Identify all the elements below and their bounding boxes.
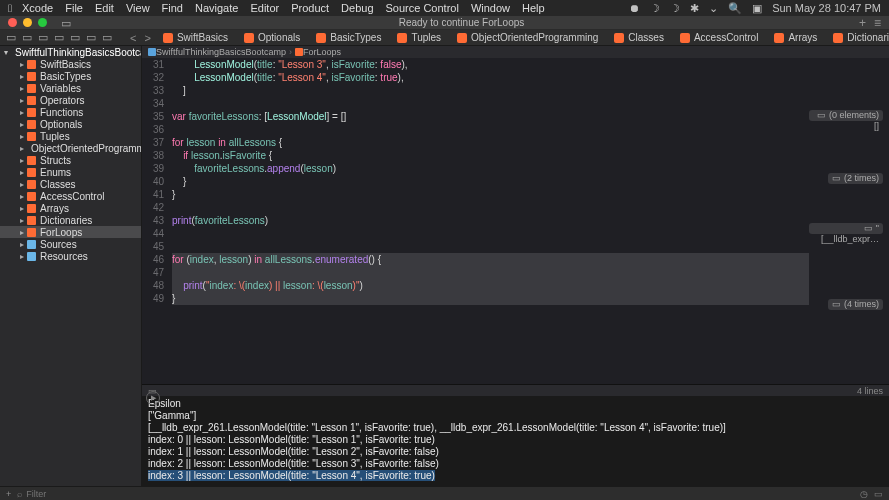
chevron-down-icon[interactable]: ▾: [4, 48, 8, 57]
breadcrumb-file[interactable]: ForLoops: [303, 47, 341, 57]
menu-app[interactable]: Xcode: [22, 2, 53, 14]
tab-tuples[interactable]: Tuples: [389, 30, 449, 46]
sidebar-item-variables[interactable]: ▸Variables: [0, 82, 141, 94]
sidebar-item-swiftbasics[interactable]: ▸SwiftBasics: [0, 58, 141, 70]
chevron-right-icon[interactable]: ▸: [20, 132, 24, 141]
chevron-right-icon[interactable]: ▸: [20, 108, 24, 117]
minimize-button[interactable]: [23, 18, 32, 27]
search-icon[interactable]: 🔍: [728, 2, 742, 15]
sidebar-item-resources[interactable]: ▸Resources: [0, 250, 141, 262]
chevron-right-icon[interactable]: ▸: [20, 120, 24, 129]
add-button[interactable]: +: [6, 489, 11, 499]
sidebar-item-sources[interactable]: ▸Sources: [0, 238, 141, 250]
menu-editor[interactable]: Editor: [250, 2, 279, 14]
nav-find-icon[interactable]: ▭: [54, 31, 64, 45]
result-badge[interactable]: ▭ (0 elements) []: [809, 110, 883, 121]
result-badge[interactable]: ▭ (4 times): [828, 299, 883, 310]
chevron-right-icon[interactable]: ▸: [20, 144, 24, 153]
record-icon[interactable]: ⏺: [629, 2, 640, 14]
chevron-right-icon[interactable]: ▸: [20, 192, 24, 201]
navigator-filter-bar: + ⌕ ◷ ▭: [0, 486, 889, 500]
library-button[interactable]: ≡: [874, 16, 881, 30]
editor-forward-button[interactable]: >: [144, 32, 150, 44]
tab-dictionaries[interactable]: Dictionaries: [825, 30, 889, 46]
chevron-right-icon[interactable]: ▸: [20, 84, 24, 93]
loom-icon[interactable]: ✱: [690, 2, 699, 15]
chevron-right-icon[interactable]: ▸: [20, 204, 24, 213]
menu-window[interactable]: Window: [471, 2, 510, 14]
chevron-right-icon[interactable]: ▸: [20, 216, 24, 225]
sidebar-item-classes[interactable]: ▸Classes: [0, 178, 141, 190]
menu-view[interactable]: View: [126, 2, 150, 14]
tab-arrays[interactable]: Arrays: [766, 30, 825, 46]
zoom-button[interactable]: [38, 18, 47, 27]
clock-icon[interactable]: ◷: [860, 489, 868, 499]
results-sidebar[interactable]: ▭ (0 elements) [] ▭ (2 times) ▭ "[__lldb…: [809, 58, 889, 384]
tab-optionals[interactable]: Optionals: [236, 30, 308, 46]
project-navigator[interactable]: ▾ SwiftfulThinkingBasicsBootcamp ▸SwiftB…: [0, 46, 142, 486]
sidebar-item-structs[interactable]: ▸Structs: [0, 154, 141, 166]
menu-edit[interactable]: Edit: [95, 2, 114, 14]
sidebar-item-basictypes[interactable]: ▸BasicTypes: [0, 70, 141, 82]
editor-back-button[interactable]: <: [130, 32, 136, 44]
code-editor[interactable]: LessonModel(title: "Lesson 3", isFavorit…: [172, 58, 809, 384]
wifi-icon[interactable]: ⌄: [709, 2, 718, 15]
close-button[interactable]: [8, 18, 17, 27]
tab-classes[interactable]: Classes: [606, 30, 672, 46]
chevron-right-icon[interactable]: ▸: [20, 96, 24, 105]
sidebar-item-accesscontrol[interactable]: ▸AccessControl: [0, 190, 141, 202]
sidebar-item-functions[interactable]: ▸Functions: [0, 106, 141, 118]
moon-icon[interactable]: ☽: [670, 2, 680, 15]
tab-oop[interactable]: ObjectOrientedProgramming: [449, 30, 606, 46]
sidebar-item-forloops[interactable]: ▸ForLoops: [0, 226, 141, 238]
nav-source-control-icon[interactable]: ▭: [22, 31, 32, 45]
tab-basictypes[interactable]: BasicTypes: [308, 30, 389, 46]
add-tab-button[interactable]: +: [859, 16, 866, 30]
svg-rect-21: [27, 180, 36, 189]
breadcrumb-bar[interactable]: SwiftfulThinkingBasicsBootcamp › ForLoop…: [142, 46, 889, 58]
tab-swiftbasics[interactable]: SwiftBasics: [155, 30, 236, 46]
chevron-right-icon[interactable]: ▸: [20, 240, 24, 249]
sidebar-item-dictionaries[interactable]: ▸Dictionaries: [0, 214, 141, 226]
project-root[interactable]: ▾ SwiftfulThinkingBasicsBootcamp: [0, 46, 141, 58]
scope-icon[interactable]: ▭: [874, 489, 883, 499]
menu-find[interactable]: Find: [162, 2, 183, 14]
svg-rect-20: [27, 168, 36, 177]
nav-debug-icon[interactable]: ▭: [102, 31, 112, 45]
sidebar-item-optionals[interactable]: ▸Optionals: [0, 118, 141, 130]
menu-debug[interactable]: Debug: [341, 2, 373, 14]
menu-help[interactable]: Help: [522, 2, 545, 14]
chevron-right-icon[interactable]: ▸: [20, 228, 24, 237]
result-badge[interactable]: ▭ (2 times): [828, 173, 883, 184]
filter-input[interactable]: [26, 489, 138, 499]
sidebar-item-objectorientedprogramming[interactable]: ▸ObjectOrientedProgramming: [0, 142, 141, 154]
apple-menu-icon[interactable]: : [8, 2, 12, 14]
tab-accesscontrol[interactable]: AccessControl: [672, 30, 766, 46]
debug-console[interactable]: Epsilon["Gamma"][__lldb_expr_261.LessonM…: [142, 396, 889, 486]
result-badge[interactable]: ▭ "[__lldb_expr…: [809, 223, 883, 234]
nav-symbol-icon[interactable]: ▭: [38, 31, 48, 45]
nav-issue-icon[interactable]: ▭: [70, 31, 80, 45]
clock[interactable]: Sun May 28 10:47 PM: [772, 2, 881, 14]
menu-product[interactable]: Product: [291, 2, 329, 14]
nav-test-icon[interactable]: ▭: [86, 31, 96, 45]
breadcrumb-project[interactable]: SwiftfulThinkingBasicsBootcamp: [156, 47, 286, 57]
sidebar-item-tuples[interactable]: ▸Tuples: [0, 130, 141, 142]
sidebar-item-arrays[interactable]: ▸Arrays: [0, 202, 141, 214]
control-center-icon[interactable]: ▣: [752, 2, 762, 15]
menu-navigate[interactable]: Navigate: [195, 2, 238, 14]
sidebar-toggle-icon[interactable]: ▭: [61, 17, 72, 28]
chevron-right-icon[interactable]: ▸: [20, 72, 24, 81]
chevron-right-icon[interactable]: ▸: [20, 252, 24, 261]
menu-source-control[interactable]: Source Control: [386, 2, 459, 14]
sidebar-item-operators[interactable]: ▸Operators: [0, 94, 141, 106]
chevron-right-icon[interactable]: ▸: [20, 156, 24, 165]
nav-project-icon[interactable]: ▭: [6, 31, 16, 45]
chevron-right-icon[interactable]: ▸: [20, 60, 24, 69]
dnd-icon[interactable]: ☽: [650, 2, 660, 15]
run-line-button[interactable]: ▶: [146, 391, 160, 405]
chevron-right-icon[interactable]: ▸: [20, 180, 24, 189]
menu-file[interactable]: File: [65, 2, 83, 14]
chevron-right-icon[interactable]: ▸: [20, 168, 24, 177]
sidebar-item-enums[interactable]: ▸Enums: [0, 166, 141, 178]
